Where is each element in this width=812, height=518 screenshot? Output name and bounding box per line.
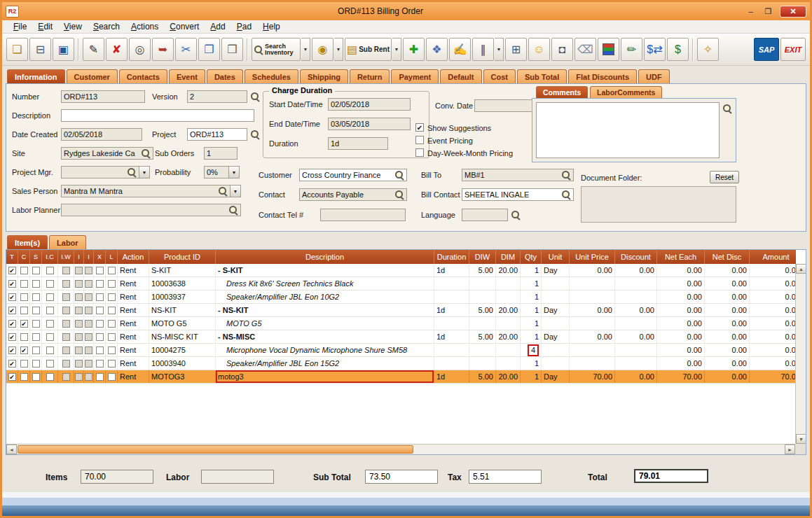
cell-unit[interactable] (542, 344, 570, 356)
column-header-l[interactable]: L (106, 250, 118, 264)
cell-duration[interactable] (434, 290, 469, 303)
cell-net_each[interactable]: 0.00 (657, 264, 705, 276)
date-created-field[interactable]: 02/05/2018 (61, 128, 142, 141)
version-field[interactable]: 2 (187, 90, 247, 103)
row-checkbox-l[interactable] (108, 346, 116, 354)
row-checkbox-l[interactable] (108, 267, 116, 274)
cell-amount[interactable]: 0.00 (750, 344, 796, 356)
cell-duration[interactable]: 1d (434, 304, 469, 316)
row-checkbox-s[interactable] (32, 346, 40, 354)
row-checkbox-l[interactable] (108, 280, 116, 288)
cell-unit_price[interactable]: 0.00 (570, 264, 615, 276)
bill-contact-field[interactable]: SHEETAL INGALE (462, 188, 574, 201)
components-button[interactable]: ❖ (426, 38, 448, 61)
cell-unit_price[interactable] (570, 277, 615, 290)
tab-flat-discounts[interactable]: Flat Discounts (568, 69, 637, 83)
cell-description[interactable]: Dress Kit 8x6' Screen Technics Black (216, 277, 434, 290)
document-folder-box[interactable] (581, 186, 736, 223)
row-checkbox-x[interactable] (96, 346, 104, 354)
cell-dim[interactable]: 20.00 (496, 330, 521, 343)
cell-net_disc[interactable]: 0.00 (705, 277, 750, 290)
cell-net_each[interactable]: 0.00 (657, 277, 705, 290)
cell-qty[interactable]: 1 (521, 264, 542, 276)
row-checkbox-t[interactable]: ✔ (8, 360, 16, 368)
cell-diw[interactable]: 5.00 (469, 330, 496, 343)
currency-globe-button[interactable]: ◉ (312, 38, 333, 61)
table-row[interactable]: ✔RentMOTOG3motog31d5.0020.001Day70.000.0… (6, 370, 796, 384)
row-checkbox-s[interactable] (32, 320, 40, 328)
row-checkbox-t[interactable]: ✔ (8, 307, 16, 314)
comments-search-icon[interactable] (722, 104, 732, 113)
customer-field[interactable]: Cross Country Finance (299, 169, 407, 181)
description-field[interactable] (61, 109, 254, 122)
cell-discount[interactable] (615, 357, 657, 370)
cell-description[interactable]: - NS-MISC (216, 330, 434, 343)
cell-net_disc[interactable]: 0.00 (705, 357, 750, 370)
sales-person-dropdown[interactable]: ▼ (230, 185, 241, 197)
cell-product_id[interactable]: MOTOG3 (149, 370, 216, 383)
column-header-net_each[interactable]: Net Each (657, 250, 705, 264)
cell-amount[interactable]: 0.00 (750, 277, 796, 290)
copy-button[interactable]: ❐ (198, 38, 220, 61)
menu-pad[interactable]: Pad (231, 20, 257, 33)
row-checkbox-c[interactable] (20, 307, 28, 314)
cell-action[interactable]: Rent (118, 264, 149, 276)
cell-discount[interactable]: 0.00 (615, 370, 657, 383)
cell-description[interactable]: Speaker/Amplifier JBL Eon 15G2 (216, 357, 434, 370)
tab-udf[interactable]: UDF (638, 69, 670, 83)
vertical-scrollbar[interactable]: ▲ ▼ (795, 264, 806, 444)
cell-description[interactable]: - NS-KIT (216, 304, 434, 316)
column-header-s[interactable]: S (30, 250, 42, 264)
close-button[interactable]: ✕ (780, 6, 806, 18)
cell-net_disc[interactable]: 0.00 (705, 370, 750, 383)
probability-dropdown[interactable]: ▼ (228, 166, 240, 178)
column-header-iw[interactable]: I.W (58, 250, 74, 264)
row-checkbox-c[interactable]: ✔ (20, 320, 28, 328)
cell-unit[interactable]: Day (542, 370, 570, 383)
cell-action[interactable]: Rent (118, 344, 149, 356)
row-checkbox-l[interactable] (108, 373, 116, 381)
row-checkbox-l[interactable] (108, 307, 116, 314)
row-checkbox-l[interactable] (108, 360, 116, 368)
labor-planner-field[interactable] (61, 204, 241, 216)
cell-unit_price[interactable]: 70.00 (570, 370, 615, 383)
scroll-left-arrow[interactable]: ◄ (6, 444, 17, 454)
cell-description[interactable]: Microphone Vocal Dynamic Microphone Shur… (216, 344, 434, 356)
row-checkbox-x[interactable] (96, 333, 104, 341)
cut-button[interactable]: ✂ (175, 38, 197, 61)
tab-default[interactable]: Default (440, 69, 481, 83)
column-header-x[interactable]: X (94, 250, 106, 264)
customer-search-icon[interactable] (394, 170, 404, 180)
currency-convert-button[interactable]: $⇄ (644, 38, 666, 61)
cell-duration[interactable] (434, 317, 469, 330)
cell-amount[interactable]: 0.00 (750, 290, 796, 303)
add-item-button[interactable]: ✚ (403, 38, 425, 61)
cell-net_disc[interactable]: 0.00 (705, 330, 750, 343)
cell-discount[interactable]: 0.00 (615, 330, 657, 343)
cell-unit_price[interactable]: 0.00 (570, 304, 615, 316)
row-checkbox-x[interactable] (96, 360, 104, 368)
row-checkbox-x[interactable] (96, 293, 104, 301)
save-button[interactable]: ▣ (53, 38, 74, 61)
cell-qty[interactable]: 1 (521, 304, 542, 316)
cell-net_each[interactable]: 0.00 (657, 344, 705, 356)
cell-dim[interactable] (496, 277, 521, 290)
cell-diw[interactable]: 5.00 (469, 264, 496, 276)
language-field[interactable] (462, 209, 508, 221)
row-checkbox-x[interactable] (96, 267, 104, 274)
cell-action[interactable]: Rent (118, 370, 149, 383)
scroll-right-arrow[interactable]: ► (785, 444, 795, 454)
row-checkbox-c[interactable] (20, 373, 28, 381)
scroll-up-arrow[interactable]: ▲ (796, 264, 806, 274)
project-mgr-field[interactable] (61, 166, 139, 178)
row-checkbox-t[interactable]: ✔ (8, 280, 16, 288)
tab-payment[interactable]: Payment (391, 69, 439, 83)
row-checkbox-l[interactable] (108, 333, 116, 341)
cell-unit_price[interactable] (570, 290, 615, 303)
scroll-down-arrow[interactable]: ▼ (796, 434, 806, 444)
cell-net_each[interactable]: 0.00 (657, 330, 705, 343)
row-checkbox-s[interactable] (32, 360, 40, 368)
tab-shipping[interactable]: Shipping (300, 69, 348, 83)
tab-cost[interactable]: Cost (483, 69, 516, 83)
probability-field[interactable]: 0% (204, 166, 229, 178)
